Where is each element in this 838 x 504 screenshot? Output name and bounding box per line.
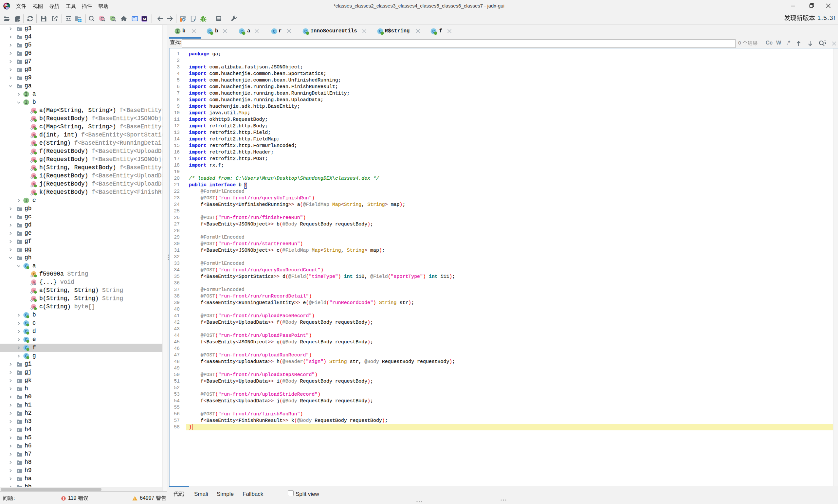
- svg-text:C: C: [273, 29, 275, 34]
- svg-text:M: M: [143, 17, 146, 21]
